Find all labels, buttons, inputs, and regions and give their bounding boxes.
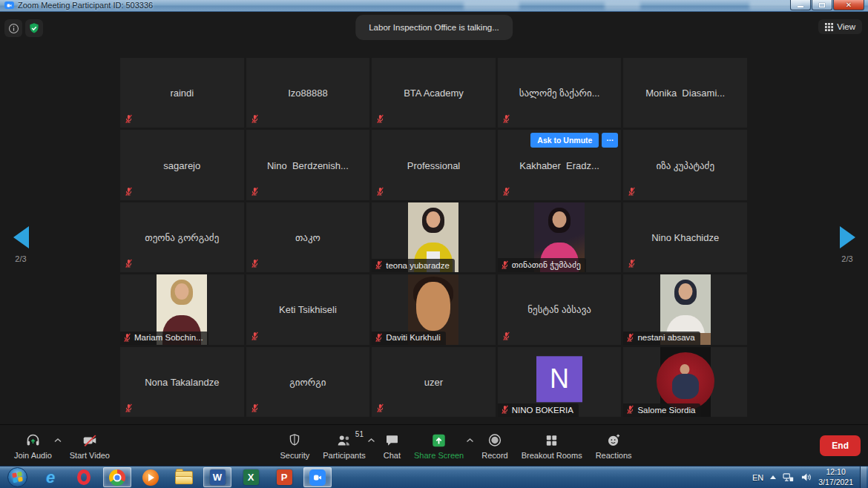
ask-to-unmute-button[interactable]: Ask to Unmute bbox=[530, 133, 599, 148]
end-meeting-button[interactable]: End bbox=[820, 435, 861, 456]
participant-tile[interactable]: Nino Berdzenish... bbox=[246, 130, 370, 200]
powerpoint-icon[interactable]: P bbox=[270, 467, 298, 487]
participant-tile[interactable]: Salome Siordia bbox=[623, 347, 747, 417]
start-button[interactable] bbox=[3, 467, 31, 487]
language-indicator[interactable]: EN bbox=[752, 473, 763, 482]
participant-tile[interactable]: uzer bbox=[372, 347, 496, 417]
participant-tile[interactable]: Izo88888 bbox=[246, 58, 370, 128]
share-screen-label: Share Screen bbox=[414, 451, 464, 460]
view-button[interactable]: View bbox=[818, 19, 862, 34]
gallery-prev-page[interactable]: 2/3 bbox=[6, 226, 36, 263]
participant-tile[interactable]: თეონა გორგაძე bbox=[120, 202, 244, 272]
muted-mic-icon bbox=[626, 405, 634, 415]
participant-name: გიორგი bbox=[246, 376, 370, 387]
show-hidden-icons-button[interactable] bbox=[770, 475, 776, 479]
join-audio-chevron[interactable] bbox=[54, 438, 62, 443]
participant-tile[interactable]: raindi bbox=[120, 58, 244, 128]
participant-name: Mariam Sobchin... bbox=[134, 333, 203, 342]
titlebar-glass-reflection bbox=[464, 1, 519, 10]
participants-button[interactable]: 51Participants bbox=[316, 428, 372, 464]
share-screen-button[interactable]: Share Screen bbox=[407, 428, 470, 464]
participant-tile[interactable]: Professional bbox=[372, 130, 496, 200]
participant-tile[interactable]: teona yubaradze bbox=[372, 202, 496, 272]
network-icon[interactable] bbox=[783, 472, 794, 482]
participant-tile[interactable]: გიორგი bbox=[246, 347, 370, 417]
participant-tile[interactable]: Daviti Kurkhuli bbox=[372, 274, 496, 344]
participant-tile[interactable]: სალომე ზაქარი... bbox=[498, 58, 622, 128]
word-icon[interactable]: W bbox=[203, 467, 231, 487]
muted-mic-icon bbox=[251, 332, 259, 341]
clock-time: 12:10 bbox=[818, 467, 853, 477]
taskbar-clock[interactable]: 12:10 3/17/2021 bbox=[818, 467, 853, 487]
volume-icon[interactable] bbox=[800, 472, 812, 482]
muted-mic-icon bbox=[125, 403, 133, 413]
muted-mic-icon bbox=[626, 333, 634, 343]
participant-label: თინათინ ჭუმბაძე bbox=[498, 258, 586, 272]
join-audio-button[interactable]: Join Audio bbox=[7, 428, 59, 464]
page-indicator: 2/3 bbox=[6, 254, 36, 263]
participant-name: Nino Berdzenish... bbox=[246, 159, 370, 171]
close-button[interactable]: ✕ bbox=[833, 0, 864, 10]
muted-mic-icon bbox=[125, 259, 133, 268]
muted-mic-icon bbox=[251, 187, 259, 197]
muted-mic-icon bbox=[125, 114, 133, 124]
share-screen-icon bbox=[431, 432, 447, 449]
opera-icon[interactable] bbox=[70, 467, 98, 487]
muted-mic-icon bbox=[628, 187, 636, 197]
participant-tile[interactable]: N NINO BOKERIA bbox=[498, 347, 622, 417]
gallery-next-page[interactable]: 2/3 bbox=[832, 226, 862, 263]
start-video-button[interactable]: Start Video bbox=[63, 428, 116, 464]
participant-more-button[interactable]: ··· bbox=[602, 133, 618, 148]
participant-tile[interactable]: Mariam Sobchin... bbox=[120, 274, 244, 344]
participant-tile[interactable]: Kakhaber Eradz... Ask to Unmute ··· bbox=[498, 130, 622, 200]
show-desktop-button[interactable] bbox=[860, 466, 867, 488]
gallery-grid: raindi Izo88888 BTA Academy სალომე ზაქარ… bbox=[120, 58, 747, 417]
participant-tile[interactable]: Monika Diasami... bbox=[623, 58, 747, 128]
toolbar-center-group: Security 51Participants Chat Share Scree… bbox=[273, 428, 638, 464]
chat-button[interactable]: Chat bbox=[377, 428, 407, 464]
excel-icon[interactable]: X bbox=[237, 467, 265, 487]
participant-name: Monika Diasami... bbox=[623, 88, 747, 99]
internet-explorer-icon[interactable]: e bbox=[36, 467, 65, 487]
media-player-icon[interactable] bbox=[137, 467, 165, 487]
next-page-arrow-icon[interactable] bbox=[840, 226, 855, 248]
participants-icon: 51 bbox=[336, 432, 352, 449]
participant-tile[interactable]: Nona Takalandze bbox=[120, 347, 244, 417]
info-icon bbox=[8, 23, 19, 34]
participant-tile[interactable]: nestani absava bbox=[623, 274, 747, 344]
muted-mic-icon bbox=[628, 259, 636, 268]
muted-mic-icon bbox=[376, 187, 384, 197]
window-title-area: Zoom Meeting Participant ID: 503336 bbox=[4, 1, 153, 10]
muted-mic-icon bbox=[251, 403, 259, 413]
maximize-button[interactable] bbox=[812, 0, 832, 10]
participant-name: Keti Tsikhiseli bbox=[246, 304, 370, 315]
participant-tile[interactable]: თაკო bbox=[246, 202, 370, 272]
breakout-icon bbox=[545, 432, 559, 449]
participant-name: nestani absava bbox=[637, 333, 694, 342]
share-screen-chevron[interactable] bbox=[466, 438, 473, 443]
chrome-icon[interactable] bbox=[103, 467, 131, 487]
encryption-shield-icon bbox=[28, 22, 40, 34]
participant-tile[interactable]: BTA Academy bbox=[372, 58, 496, 128]
prev-page-arrow-icon[interactable] bbox=[13, 226, 29, 248]
security-button[interactable]: Security bbox=[273, 428, 316, 464]
breakout-rooms-button[interactable]: Breakout Rooms bbox=[515, 428, 589, 464]
security-label: Security bbox=[280, 451, 309, 460]
reactions-icon bbox=[606, 432, 622, 449]
minimize-button[interactable] bbox=[790, 0, 811, 10]
participant-tile[interactable]: sagarejo bbox=[120, 130, 244, 200]
participant-tile[interactable]: თინათინ ჭუმბაძე bbox=[498, 202, 622, 272]
participants-chevron[interactable] bbox=[368, 438, 375, 443]
toolbar-left-group: Join Audio Start Video bbox=[7, 428, 116, 464]
participant-tile[interactable]: Nino Khachidze bbox=[623, 202, 747, 272]
encryption-status-button[interactable] bbox=[25, 19, 43, 37]
meeting-info-button[interactable] bbox=[4, 19, 22, 37]
participant-name: თაკო bbox=[246, 231, 370, 243]
file-explorer-icon[interactable] bbox=[170, 467, 198, 487]
participant-tile[interactable]: ნესტან აბსავა bbox=[498, 274, 622, 344]
participant-tile[interactable]: Keti Tsikhiseli bbox=[246, 274, 370, 344]
reactions-button[interactable]: Reactions bbox=[589, 428, 639, 464]
record-button[interactable]: Record bbox=[475, 428, 514, 464]
zoom-app-icon[interactable] bbox=[303, 467, 332, 487]
participant-tile[interactable]: იზა კუპატაძე bbox=[623, 130, 747, 200]
